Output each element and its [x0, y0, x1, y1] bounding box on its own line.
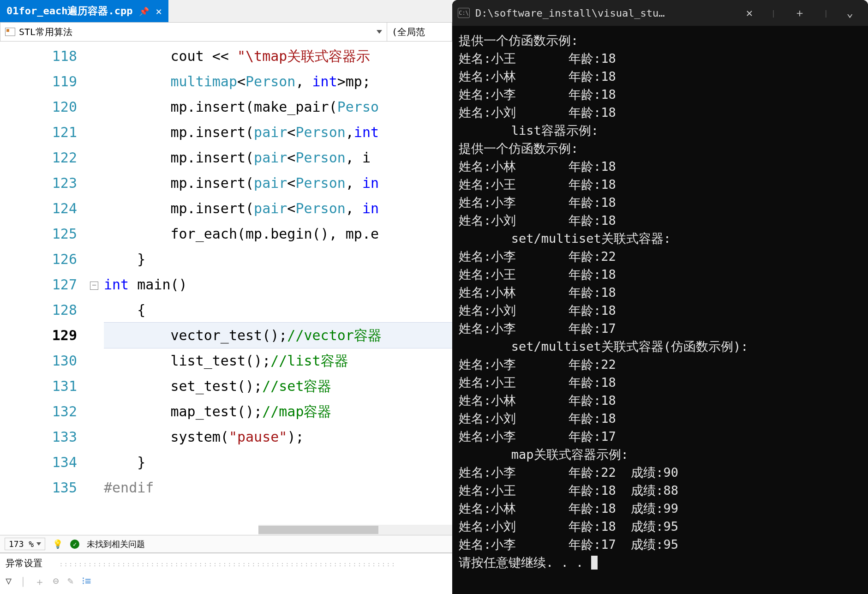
line-number: 131	[0, 373, 77, 399]
line-number: 123	[0, 170, 77, 196]
member-dropdown[interactable]: (全局范	[387, 23, 452, 41]
minus-icon[interactable]: ⊖	[53, 575, 59, 589]
file-tab[interactable]: 01for_each遍历容器.cpp 📌 ✕	[0, 0, 168, 22]
line-number: 129	[0, 323, 77, 348]
terminal-line: 姓名:小王 年龄:18	[459, 373, 862, 391]
filter-icon[interactable]: ▽	[6, 575, 12, 589]
horizontal-scrollbar[interactable]	[258, 525, 452, 535]
code-line[interactable]: }	[104, 246, 452, 272]
tree-icon[interactable]: ⁝≡	[82, 575, 91, 589]
plus-icon[interactable]: ＋	[35, 575, 45, 589]
code-line[interactable]: cout << "\tmap关联式容器示	[104, 43, 452, 69]
scope-label: STL常用算法	[19, 26, 72, 38]
new-tab-icon[interactable]: ＋	[790, 4, 810, 22]
code-line[interactable]: set_test();//set容器	[104, 373, 452, 399]
line-number: 128	[0, 297, 77, 323]
terminal-line: 姓名:小李 年龄:18	[459, 193, 862, 211]
terminal-line: 姓名:小王 年龄:18	[459, 49, 862, 67]
line-number: 132	[0, 399, 77, 424]
terminal-line: 姓名:小刘 年龄:18 成绩:95	[459, 517, 862, 535]
chevron-down-icon	[36, 542, 41, 546]
line-number: 119	[0, 69, 77, 94]
terminal-line: 姓名:小林 年龄:18 成绩:99	[459, 499, 862, 517]
terminal-line: 姓名:小李 年龄:17	[459, 319, 862, 337]
check-icon: ✓	[70, 540, 79, 549]
grip-icon[interactable]: ::::::::::::::::::::::::::::::::::::::::…	[59, 560, 396, 568]
terminal-line: 姓名:小林 年龄:18	[459, 391, 862, 409]
terminal-line: set/multiset关联式容器:	[459, 229, 862, 247]
code-line[interactable]: mp.insert(pair<Person, in	[104, 196, 452, 221]
exception-panel: 异常设置 :::::::::::::::::::::::::::::::::::…	[0, 552, 452, 594]
status-bar: 173 % 💡 ✓ 未找到相关问题	[0, 535, 452, 552]
line-number: 127	[0, 272, 77, 297]
code-line[interactable]: list_test();//list容器	[104, 348, 452, 373]
tab-bar: 01for_each遍历容器.cpp 📌 ✕	[0, 0, 452, 22]
code-line[interactable]: multimap<Person, int>mp;	[104, 69, 452, 94]
line-number: 122	[0, 145, 77, 170]
code-line[interactable]: mp.insert(pair<Person, i	[104, 145, 452, 170]
code-line[interactable]: mp.insert(pair<Person, in	[104, 170, 452, 196]
pin-icon[interactable]: 📌	[139, 6, 149, 16]
line-number: 134	[0, 450, 77, 475]
code-line[interactable]: map_test();//map容器	[104, 399, 452, 424]
code-line[interactable]: #endif	[104, 475, 452, 500]
fold-column[interactable]: −	[90, 42, 104, 525]
cursor	[591, 556, 598, 570]
fold-toggle-icon[interactable]: −	[90, 282, 98, 290]
terminal-line: 姓名:小刘 年龄:18	[459, 409, 862, 427]
terminal-output[interactable]: 提供一个仿函数示例:姓名:小王 年龄:18姓名:小林 年龄:18姓名:小李 年龄…	[452, 26, 868, 594]
code-line[interactable]: }	[104, 450, 452, 475]
code-line[interactable]: mp.insert(pair<Person,int	[104, 120, 452, 145]
code-line[interactable]: system("pause");	[104, 424, 452, 450]
close-tab-icon[interactable]: ✕	[742, 5, 757, 21]
dropdown-icon[interactable]: ⌄	[842, 5, 858, 21]
zoom-value: 173 %	[9, 539, 34, 549]
terminal-line: 提供一个仿函数示例:	[459, 139, 862, 157]
terminal-line: 姓名:小王 年龄:18	[459, 175, 862, 193]
terminal-title: D:\software_install\visual_stu…	[475, 7, 740, 19]
line-number: 121	[0, 120, 77, 145]
status-text: 未找到相关问题	[87, 539, 145, 550]
code-area[interactable]: 1181191201211221231241251261271281291301…	[0, 42, 452, 525]
panel-title-text: 异常设置	[6, 558, 42, 569]
cmd-icon: C:\	[458, 8, 470, 18]
line-number: 135	[0, 475, 77, 500]
line-number: 126	[0, 246, 77, 272]
terminal-line: 请按任意键继续. . .	[459, 553, 862, 571]
scope-dropdown[interactable]: STL常用算法	[0, 23, 387, 41]
line-number: 125	[0, 221, 77, 246]
terminal-line: 姓名:小林 年龄:18	[459, 157, 862, 175]
line-gutter: 1181191201211221231241251261271281291301…	[0, 42, 90, 525]
code-line[interactable]: int main()	[104, 272, 452, 297]
code-line[interactable]: {	[104, 297, 452, 323]
line-number: 118	[0, 43, 77, 69]
terminal-line: 姓名:小王 年龄:18 成绩:88	[459, 481, 862, 499]
close-icon[interactable]: ✕	[156, 6, 162, 17]
terminal-line: set/multiset关联式容器(仿函数示例):	[459, 337, 862, 355]
namespace-icon	[5, 28, 15, 36]
terminal-line: map关联式容器示例:	[459, 445, 862, 463]
code-line[interactable]: for_each(mp.begin(), mp.e	[104, 221, 452, 246]
scroll-thumb[interactable]	[258, 526, 378, 534]
terminal-line: 姓名:小李 年龄:18	[459, 85, 862, 103]
lightbulb-icon[interactable]: 💡	[53, 539, 63, 549]
terminal-line: 姓名:小刘 年龄:18	[459, 211, 862, 229]
terminal-line: 提供一个仿函数示例:	[459, 31, 862, 49]
line-number: 130	[0, 348, 77, 373]
zoom-level[interactable]: 173 %	[5, 538, 45, 550]
terminal-titlebar[interactable]: C:\ D:\software_install\visual_stu… ✕ | …	[452, 0, 868, 26]
terminal-line: 姓名:小李 年龄:22 成绩:90	[459, 463, 862, 481]
edit-icon[interactable]: ✎	[67, 575, 73, 589]
terminal-line: 姓名:小王 年龄:18	[459, 265, 862, 283]
line-number: 133	[0, 424, 77, 450]
editor-window: 01for_each遍历容器.cpp 📌 ✕ STL常用算法 (全局范 1181…	[0, 0, 452, 594]
terminal-line: 姓名:小李 年龄:17	[459, 427, 862, 445]
terminal-line: 姓名:小刘 年龄:18	[459, 301, 862, 319]
terminal-line: list容器示例:	[459, 121, 862, 139]
terminal-window: C:\ D:\software_install\visual_stu… ✕ | …	[452, 0, 868, 594]
code-content[interactable]: cout << "\tmap关联式容器示 multimap<Person, in…	[104, 42, 452, 525]
code-line[interactable]: mp.insert(make_pair(Perso	[104, 94, 452, 120]
panel-toolbar: ▽ | ＋ ⊖ ✎ ⁝≡	[0, 573, 452, 591]
line-number: 124	[0, 196, 77, 221]
code-line[interactable]: vector_test();//vector容器	[104, 323, 452, 348]
